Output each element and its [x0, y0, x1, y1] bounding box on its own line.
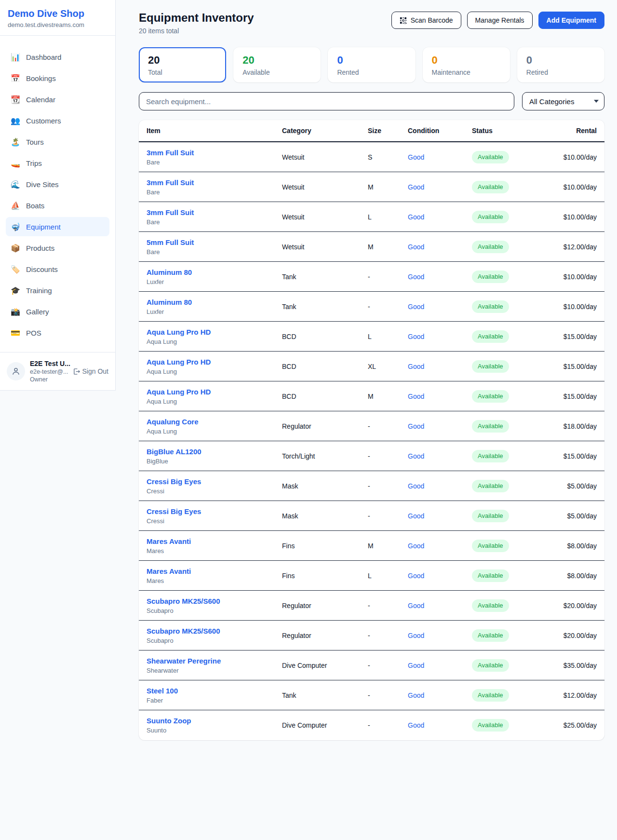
item-name-link[interactable]: Cressi Big Eyes: [147, 477, 201, 486]
item-name-link[interactable]: Mares Avanti: [147, 537, 191, 545]
user-name: E2E Test U...: [30, 359, 68, 368]
item-name-link[interactable]: 3mm Full Suit: [147, 178, 194, 187]
category-select[interactable]: All Categories: [522, 92, 604, 110]
sidebar-item-dive-sites[interactable]: 🌊Dive Sites: [6, 175, 109, 194]
condition-link[interactable]: Good: [408, 393, 424, 400]
condition-link[interactable]: Good: [408, 662, 424, 669]
barcode-scan-icon: [400, 17, 407, 24]
sidebar-item-equipment[interactable]: 🤿Equipment: [6, 217, 109, 236]
item-brand: Cressi: [147, 487, 282, 495]
sidebar-item-label: Training: [26, 286, 52, 295]
item-name-link[interactable]: Aluminum 80: [147, 298, 192, 306]
table-row: Scubapro MK25/S600ScubaproRegulator-Good…: [139, 621, 604, 650]
item-name-link[interactable]: Aqua Lung Pro HD: [147, 328, 211, 336]
size-cell: -: [368, 452, 408, 460]
sign-out-label: Sign Out: [82, 367, 108, 375]
condition-link[interactable]: Good: [408, 632, 424, 639]
item-name-link[interactable]: 3mm Full Suit: [147, 208, 194, 217]
condition-link[interactable]: Good: [408, 602, 424, 610]
size-cell: M: [368, 183, 408, 191]
sidebar-item-customers[interactable]: 👥Customers: [6, 111, 109, 130]
status-badge: Available: [472, 360, 509, 373]
item-name-link[interactable]: Aqua Lung Pro HD: [147, 358, 211, 366]
sidebar-item-label: Equipment: [26, 223, 61, 231]
sidebar-item-trips[interactable]: 🚤Trips: [6, 153, 109, 173]
sidebar-item-label: Trips: [26, 159, 42, 167]
table-row: 5mm Full SuitBareWetsuitMGoodAvailable$1…: [139, 232, 604, 262]
condition-link[interactable]: Good: [408, 512, 424, 520]
sidebar-item-training[interactable]: 🎓Training: [6, 281, 109, 300]
sidebar-item-discounts[interactable]: 🏷️Discounts: [6, 259, 109, 279]
status-cell: Available: [472, 540, 567, 552]
sidebar-item-calendar[interactable]: 📆Calendar: [6, 90, 109, 109]
status-cell: Available: [472, 659, 563, 672]
stat-value: 20: [242, 54, 311, 67]
user-section: E2E Test U... e2e-tester@... Owner Sign …: [0, 352, 115, 390]
condition-link[interactable]: Good: [408, 243, 424, 251]
condition-link[interactable]: Good: [408, 691, 424, 699]
sidebar-item-pos[interactable]: 💳POS: [6, 323, 109, 342]
stat-value: 0: [526, 54, 595, 67]
item-name-link[interactable]: Mares Avanti: [147, 567, 191, 575]
column-header-category: Category: [282, 127, 368, 135]
sign-out-icon: [73, 368, 80, 375]
condition-link[interactable]: Good: [408, 542, 424, 550]
stat-card-available[interactable]: 20Available: [233, 47, 321, 82]
item-name-link[interactable]: Aqualung Core: [147, 418, 199, 426]
item-name-link[interactable]: Shearwater Peregrine: [147, 657, 221, 665]
condition-link[interactable]: Good: [408, 721, 424, 729]
item-name-link[interactable]: Cressi Big Eyes: [147, 507, 201, 515]
table-header-row: ItemCategorySizeConditionStatusRental: [139, 120, 604, 142]
user-email: e2e-tester@...: [30, 368, 68, 376]
condition-link[interactable]: Good: [408, 153, 424, 161]
table-row: Aluminum 80LuxferTank-GoodAvailable$10.0…: [139, 292, 604, 322]
stat-card-total[interactable]: 20Total: [139, 47, 226, 82]
item-name-link[interactable]: Suunto Zoop: [147, 717, 191, 725]
rental-cell: $35.00/day: [563, 662, 597, 669]
condition-cell: Good: [408, 393, 472, 400]
condition-link[interactable]: Good: [408, 363, 424, 370]
condition-cell: Good: [408, 363, 472, 370]
condition-link[interactable]: Good: [408, 213, 424, 221]
stat-card-maintenance[interactable]: 0Maintenance: [423, 47, 510, 82]
condition-link[interactable]: Good: [408, 273, 424, 281]
table-row: Suunto ZoopSuuntoDive Computer-GoodAvail…: [139, 710, 604, 740]
item-name-link[interactable]: Steel 100: [147, 687, 178, 695]
condition-link[interactable]: Good: [408, 572, 424, 580]
table-row: 3mm Full SuitBareWetsuitLGoodAvailable$1…: [139, 202, 604, 232]
sidebar-item-dashboard[interactable]: 📊Dashboard: [6, 47, 109, 67]
item-name-link[interactable]: Scubapro MK25/S600: [147, 627, 220, 635]
sidebar-item-bookings[interactable]: 📅Bookings: [6, 68, 109, 88]
stat-card-rented[interactable]: 0Rented: [328, 47, 415, 82]
table-row: Aqualung CoreAqua LungRegulator-GoodAvai…: [139, 411, 604, 441]
column-header-item: Item: [147, 127, 282, 135]
sidebar-item-boats[interactable]: ⛵Boats: [6, 196, 109, 215]
sidebar-item-tours[interactable]: 🏝️Tours: [6, 132, 109, 151]
gallery-icon: 📸: [11, 307, 20, 316]
item-name-link[interactable]: Scubapro MK25/S600: [147, 597, 220, 605]
brand-block: Demo Dive Shop demo.test.divestreams.com: [0, 0, 115, 36]
condition-link[interactable]: Good: [408, 303, 424, 311]
sidebar-item-gallery[interactable]: 📸Gallery: [6, 302, 109, 321]
item-name-link[interactable]: 3mm Full Suit: [147, 149, 194, 157]
scan-barcode-button[interactable]: Scan Barcode: [391, 12, 461, 29]
size-cell: M: [368, 393, 408, 400]
item-name-link[interactable]: BigBlue AL1200: [147, 447, 201, 456]
stat-card-retired[interactable]: 0Retired: [517, 47, 604, 82]
condition-link[interactable]: Good: [408, 422, 424, 430]
sign-out-button[interactable]: Sign Out: [73, 367, 108, 375]
item-name-link[interactable]: 5mm Full Suit: [147, 238, 194, 246]
manage-rentals-button[interactable]: Manage Rentals: [467, 12, 533, 29]
trips-icon: 🚤: [11, 159, 20, 168]
condition-link[interactable]: Good: [408, 333, 424, 340]
item-name-link[interactable]: Aluminum 80: [147, 268, 192, 276]
item-brand: Faber: [147, 696, 282, 705]
condition-link[interactable]: Good: [408, 482, 424, 490]
add-equipment-button[interactable]: Add Equipment: [538, 12, 604, 29]
sidebar-item-products[interactable]: 📦Products: [6, 238, 109, 257]
page-header: Equipment Inventory 20 items total Sca: [139, 11, 604, 35]
search-input[interactable]: [139, 92, 514, 110]
item-name-link[interactable]: Aqua Lung Pro HD: [147, 388, 211, 396]
condition-link[interactable]: Good: [408, 452, 424, 460]
condition-link[interactable]: Good: [408, 183, 424, 191]
